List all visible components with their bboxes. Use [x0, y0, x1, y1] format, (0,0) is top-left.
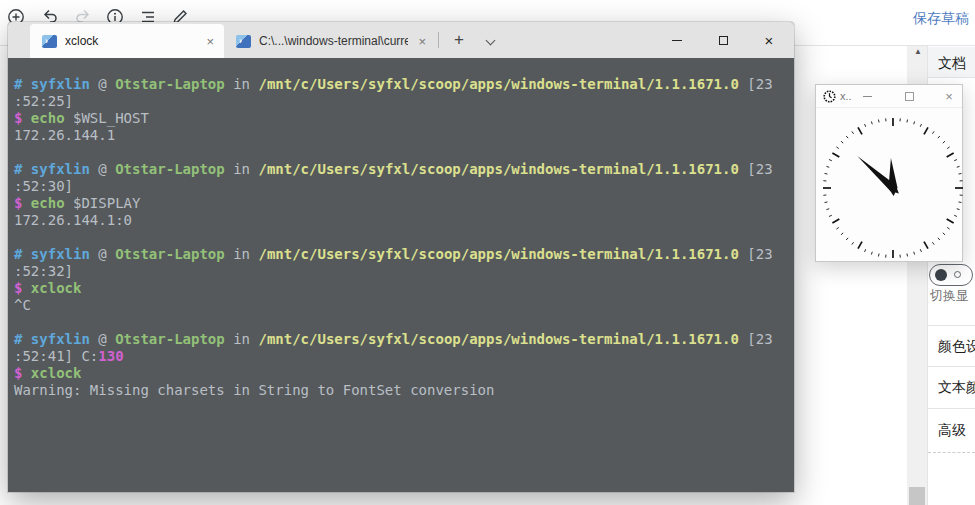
maximize-button[interactable]	[700, 22, 746, 58]
terminal-line: :52:30]	[14, 178, 788, 195]
terminal-line: :52:25]	[14, 93, 788, 110]
tab-close-icon[interactable]: ×	[196, 34, 224, 49]
terminal-block: # syfxlin @ Otstar-Laptop in /mnt/c/User…	[14, 161, 788, 229]
minimize-icon	[863, 96, 872, 97]
terminal-icon: ›	[236, 35, 251, 48]
minimize-button[interactable]	[654, 22, 700, 58]
terminal-line: :52:41] C:130	[14, 348, 788, 365]
maximize-icon	[905, 92, 914, 101]
terminal-icon: ›	[42, 35, 57, 48]
xclock-window: x.. ×	[815, 84, 963, 262]
panel-advanced[interactable]: 高级	[938, 422, 966, 440]
windows-terminal-window: › xclock × › C:\...\windows-terminal\cur…	[8, 22, 794, 492]
terminal-line: # syfxlin @ Otstar-Laptop in /mnt/c/User…	[14, 246, 788, 263]
terminal-block: # syfxlin @ Otstar-Laptop in /mnt/c/User…	[14, 76, 788, 144]
xclock-titlebar[interactable]: x.. ×	[816, 85, 962, 108]
terminal-output[interactable]: # syfxlin @ Otstar-Laptop in /mnt/c/User…	[8, 58, 794, 492]
divider	[928, 366, 975, 367]
terminal-line: 172.26.144.1:0	[14, 212, 788, 229]
xclock-minimize-button[interactable]	[858, 85, 876, 108]
maximize-icon	[719, 36, 728, 45]
tab-dropdown-button[interactable]	[478, 26, 504, 54]
terminal-block: # syfxlin @ Otstar-Laptop in /mnt/c/User…	[14, 246, 788, 314]
minimize-icon	[672, 40, 682, 41]
close-icon: ×	[765, 33, 774, 48]
tab-document[interactable]: 文档	[938, 55, 966, 73]
close-button[interactable]: ×	[746, 22, 792, 58]
terminal-block: # syfxlin @ Otstar-Laptop in /mnt/c/User…	[14, 331, 788, 399]
divider	[928, 325, 975, 326]
terminal-titlebar[interactable]: › xclock × › C:\...\windows-terminal\cur…	[8, 22, 794, 58]
toggle-dot	[935, 269, 947, 281]
xclock-maximize-button[interactable]	[900, 85, 918, 108]
terminal-line: $ echo $WSL_HOST	[14, 110, 788, 127]
panel-color-settings[interactable]: 颜色设	[938, 338, 975, 356]
terminal-line: ^C	[14, 297, 788, 314]
divider	[928, 408, 975, 409]
terminal-line: Warning: Missing charsets in String to F…	[14, 382, 788, 399]
tab-xclock[interactable]: › xclock ×	[30, 24, 224, 58]
clock-icon	[823, 90, 836, 103]
tab-title: C:\...\windows-terminal\current	[259, 34, 408, 48]
terminal-line: # syfxlin @ Otstar-Laptop in /mnt/c/User…	[14, 331, 788, 348]
tab-title: xclock	[65, 34, 196, 48]
terminal-line: :52:32]	[14, 263, 788, 280]
new-tab-button[interactable]: +	[446, 26, 472, 54]
terminal-line: $ xclock	[14, 365, 788, 382]
terminal-line: 172.26.144.1	[14, 127, 788, 144]
toggle-ring	[954, 271, 961, 278]
terminal-line: # syfxlin @ Otstar-Laptop in /mnt/c/User…	[14, 76, 788, 93]
xclock-face	[816, 108, 964, 262]
divider	[928, 452, 975, 453]
tab-windows-terminal-current[interactable]: › C:\...\windows-terminal\current ×	[224, 24, 436, 58]
xclock-close-icon[interactable]: ×	[940, 85, 958, 108]
tab-divider	[438, 32, 439, 48]
scrollbar-up-arrow[interactable]: ▲	[912, 46, 924, 58]
terminal-line: $ echo $DISPLAY	[14, 195, 788, 212]
tab-close-icon[interactable]: ×	[408, 34, 436, 49]
save-draft-link[interactable]: 保存草稿	[913, 10, 969, 28]
scrollbar-thumb[interactable]	[909, 487, 925, 505]
toggle-switch[interactable]	[929, 264, 973, 286]
toggle-caption: 切换显	[930, 287, 969, 305]
terminal-line: $ xclock	[14, 280, 788, 297]
xclock-title: x..	[840, 90, 852, 102]
panel-text-color[interactable]: 文本颜	[938, 379, 975, 397]
chevron-down-icon	[486, 36, 496, 46]
terminal-line: # syfxlin @ Otstar-Laptop in /mnt/c/User…	[14, 161, 788, 178]
